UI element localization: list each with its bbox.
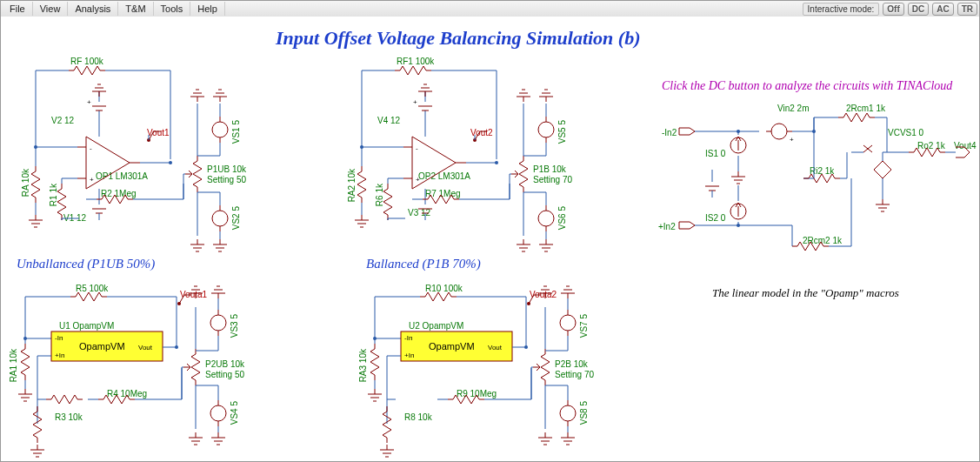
mode-ac-button[interactable]: AC (932, 3, 953, 16)
menu-tm[interactable]: T&M (118, 2, 153, 16)
svg-point-20 (360, 145, 363, 149)
svg-point-18 (169, 161, 172, 164)
q3-macro-name: OpampVM (79, 341, 125, 352)
svg-point-22 (495, 161, 498, 164)
menubar: File View Analysis T&M Tools Help Intera… (1, 1, 979, 17)
mode-dc-button[interactable]: DC (908, 3, 929, 16)
menu-tools[interactable]: Tools (154, 2, 191, 16)
q4-macro-name: OpampVM (429, 341, 475, 352)
menu-file[interactable]: File (3, 2, 33, 16)
q3-circuit: -In +In OpampVM Vout (18, 286, 226, 457)
svg-point-25 (175, 345, 178, 349)
menu-view[interactable]: View (33, 2, 69, 16)
linear-model-circuit: + (679, 113, 970, 251)
mode-off-button[interactable]: Off (883, 3, 903, 16)
svg-text:+: + (413, 98, 417, 106)
q4-macro-pin-plus: +In (404, 352, 414, 359)
q1-circuit: + (29, 66, 228, 251)
menu-analysis[interactable]: Analysis (68, 2, 118, 16)
svg-text:+: + (87, 98, 91, 106)
q4-circuit: -In +In OpampVM Vout (368, 286, 576, 457)
mode-tr-button[interactable]: TR (957, 3, 977, 16)
interactive-mode-label: Interactive mode: (803, 3, 880, 16)
q4-macro-vout: Vout (488, 344, 503, 352)
q2-circuit: + (355, 66, 554, 251)
svg-point-16 (34, 145, 37, 149)
svg-text:+: + (790, 136, 794, 144)
app-window: File View Analysis T&M Tools Help Intera… (0, 0, 980, 462)
q3-macro-pin-plus: +In (55, 352, 64, 359)
schematic-canvas[interactable]: Input Offset Voltage Balancing Simulatio… (1, 17, 979, 461)
schematic-svg: - + (1, 17, 980, 462)
interactive-mode-pane: Interactive mode: Off DC AC TR (801, 3, 979, 16)
svg-point-28 (524, 345, 528, 349)
menu-help[interactable]: Help (190, 2, 225, 16)
q3-macro-vout: Vout (138, 344, 153, 352)
q3-macro-pin-minus: -In (55, 334, 63, 342)
q4-macro-pin-minus: -In (404, 334, 412, 342)
